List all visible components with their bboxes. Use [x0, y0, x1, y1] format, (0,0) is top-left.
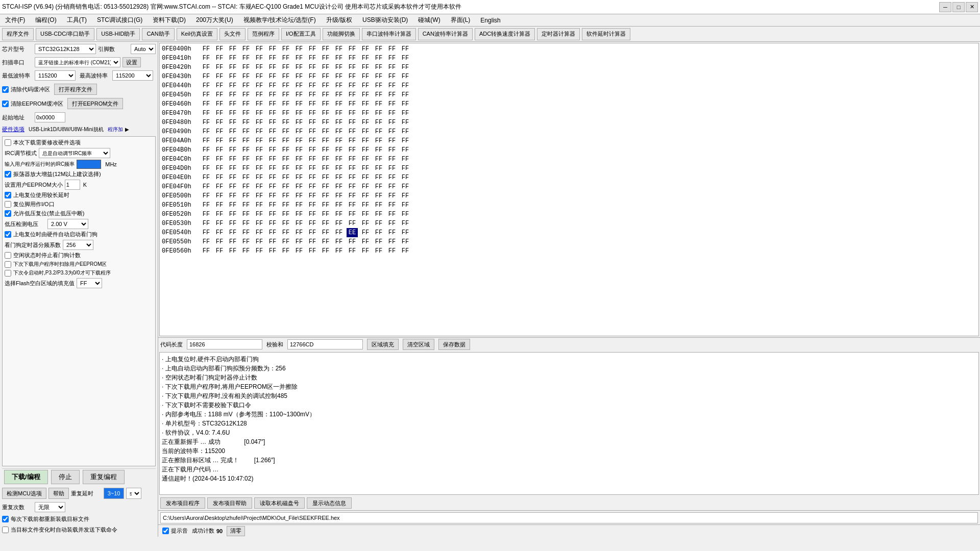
hex-byte[interactable]: FF — [267, 191, 278, 201]
hex-byte[interactable]: FF — [347, 201, 358, 210]
hex-byte[interactable]: FF — [214, 228, 225, 237]
hex-byte[interactable]: FF — [267, 72, 278, 81]
hex-byte[interactable]: FF — [360, 72, 371, 81]
hex-byte[interactable]: FF — [214, 109, 225, 118]
hex-byte[interactable]: FF — [333, 228, 345, 237]
hex-byte[interactable]: FF — [307, 173, 318, 182]
hex-byte[interactable]: FF — [214, 246, 225, 256]
hex-byte[interactable]: FF — [333, 99, 345, 109]
tb-prog-file[interactable]: 程序文件 — [2, 28, 34, 40]
tb-delay-calc[interactable]: 软件延时计算器 — [582, 28, 630, 40]
menu-english[interactable]: English — [477, 16, 503, 24]
hex-byte[interactable]: FF — [347, 44, 358, 54]
hex-byte[interactable]: FF — [320, 63, 331, 72]
hex-byte[interactable]: FF — [280, 246, 291, 256]
hex-byte[interactable]: FF — [386, 63, 398, 72]
hex-byte[interactable]: FF — [307, 54, 318, 63]
hex-byte[interactable]: FF — [293, 63, 305, 72]
menu-interface[interactable]: 界面(L) — [448, 15, 474, 25]
file-path-input[interactable] — [160, 512, 978, 523]
hex-byte[interactable]: FF — [267, 127, 278, 136]
clear-region-button[interactable]: 清空区域 — [403, 339, 434, 350]
hex-byte[interactable]: FF — [386, 219, 398, 228]
hex-byte[interactable]: FF — [227, 44, 238, 54]
hex-byte[interactable]: FF — [347, 145, 358, 155]
hex-byte[interactable]: FF — [386, 201, 398, 210]
save-data-button[interactable]: 保存数据 — [438, 339, 470, 350]
hex-byte[interactable]: FF — [293, 228, 305, 237]
tb-keil[interactable]: Keil仿真设置 — [177, 28, 217, 40]
hex-byte[interactable]: FF — [227, 81, 238, 90]
hex-byte[interactable]: FF — [267, 109, 278, 118]
hex-byte[interactable]: FF — [267, 210, 278, 219]
hex-byte[interactable]: FF — [267, 145, 278, 155]
hex-byte[interactable]: FF — [254, 44, 265, 54]
hex-byte[interactable]: FF — [386, 210, 398, 219]
hex-byte[interactable]: FF — [347, 54, 358, 63]
hex-byte[interactable]: FF — [227, 136, 238, 145]
hex-byte[interactable]: FF — [214, 44, 225, 54]
hex-byte[interactable]: FF — [400, 182, 411, 191]
hex-byte[interactable]: FF — [360, 182, 371, 191]
hex-byte[interactable]: FF — [400, 173, 411, 182]
hex-byte[interactable]: FF — [347, 210, 358, 219]
baud-min-select[interactable]: 115200 — [35, 70, 76, 81]
hex-byte[interactable]: FF — [347, 99, 358, 109]
hex-byte[interactable]: FF — [201, 155, 212, 164]
hex-byte[interactable]: FF — [386, 164, 398, 173]
hex-byte[interactable]: FF — [240, 118, 252, 127]
detect-mcu-button[interactable]: 检测MCU选项 — [2, 488, 46, 499]
hex-byte[interactable]: FF — [267, 228, 278, 237]
hex-byte[interactable]: FF — [267, 63, 278, 72]
hex-byte[interactable]: FF — [254, 145, 265, 155]
hex-byte[interactable]: FF — [280, 145, 291, 155]
serial-port-select[interactable]: 蓝牙链接上的标准串行 (COM21) — [35, 57, 120, 67]
hex-byte[interactable]: FF — [201, 182, 212, 191]
hex-byte[interactable]: FF — [214, 173, 225, 182]
hex-byte[interactable]: FF — [214, 182, 225, 191]
hex-byte[interactable]: FF — [386, 237, 398, 246]
hex-byte[interactable]: FF — [214, 136, 225, 145]
hex-byte[interactable]: FF — [307, 90, 318, 99]
chip-type-select[interactable]: STC32G12K128 — [35, 44, 96, 54]
long-reset-checkbox[interactable] — [5, 192, 11, 198]
hex-byte[interactable]: FF — [373, 99, 384, 109]
hex-byte[interactable]: FF — [267, 155, 278, 164]
hex-byte[interactable]: FF — [320, 54, 331, 63]
hex-byte[interactable]: FF — [373, 201, 384, 210]
hex-byte[interactable]: FF — [400, 228, 411, 237]
hex-byte[interactable]: FF — [214, 210, 225, 219]
pin-count-select[interactable]: Auto — [131, 44, 156, 54]
hex-byte[interactable]: FF — [373, 63, 384, 72]
hex-byte[interactable]: FF — [347, 109, 358, 118]
wdog-freq-select[interactable]: 256 — [63, 240, 93, 250]
hex-byte[interactable]: FF — [360, 173, 371, 182]
hex-byte[interactable]: FF — [320, 72, 331, 81]
hex-byte[interactable]: FF — [307, 136, 318, 145]
hex-byte[interactable]: FF — [254, 90, 265, 99]
maximize-button[interactable]: □ — [952, 2, 965, 12]
show-dynamic-button[interactable]: 显示动态信息 — [307, 497, 352, 509]
hex-byte[interactable]: FF — [400, 237, 411, 246]
hex-byte[interactable]: FF — [293, 246, 305, 256]
hex-byte[interactable]: FF — [254, 136, 265, 145]
hex-byte[interactable]: FF — [333, 136, 345, 145]
hex-byte[interactable]: FF — [280, 164, 291, 173]
hex-byte[interactable]: FF — [333, 237, 345, 246]
hex-byte[interactable]: FF — [400, 136, 411, 145]
hex-byte[interactable]: FF — [254, 72, 265, 81]
hex-byte[interactable]: FF — [307, 228, 318, 237]
hex-byte[interactable]: FF — [360, 237, 371, 246]
hex-byte[interactable]: FF — [214, 155, 225, 164]
clear-code-checkbox[interactable] — [2, 86, 9, 93]
irc-mode-select[interactable]: 总是自动调节IRC频率 — [39, 148, 110, 158]
hex-byte[interactable]: FF — [373, 118, 384, 127]
publish-help-button[interactable]: 发布项目帮助 — [207, 497, 252, 509]
hex-byte[interactable]: FF — [227, 118, 238, 127]
hex-byte[interactable]: FF — [240, 72, 252, 81]
hex-byte[interactable]: FF — [293, 164, 305, 173]
hex-byte[interactable]: FF — [293, 127, 305, 136]
hex-byte[interactable]: FF — [240, 246, 252, 256]
hex-byte[interactable]: FF — [347, 136, 358, 145]
hex-byte[interactable]: FF — [293, 219, 305, 228]
